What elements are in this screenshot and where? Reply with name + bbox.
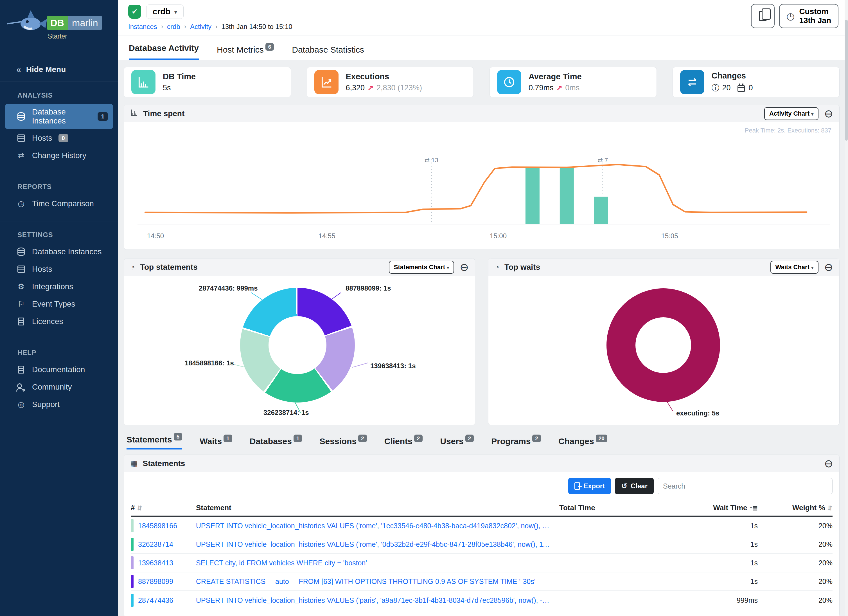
tab-clients[interactable]: Clients2 <box>384 436 423 450</box>
tab-users[interactable]: Users2 <box>440 436 474 450</box>
main-tabs: Database Activity Host Metrics6 Database… <box>118 36 848 60</box>
sidebar-item-time-comparison[interactable]: ◷ Time Comparison <box>5 195 113 212</box>
tab-waits[interactable]: Waits1 <box>200 436 232 450</box>
sidebar-item-community[interactable]: Community <box>5 379 113 395</box>
tab-database-activity[interactable]: Database Activity <box>129 43 199 60</box>
breadcrumb-activity[interactable]: Activity <box>190 23 211 31</box>
col-id[interactable]: # <box>131 503 135 512</box>
table-row: 139638413 SELECT city, id FROM vehicles … <box>131 554 833 572</box>
sort-asc-icon[interactable]: ↑≣ <box>750 505 758 512</box>
statement-link[interactable]: UPSERT INTO vehicle_location_histories V… <box>196 540 559 549</box>
search-input[interactable] <box>658 478 833 494</box>
clear-button[interactable]: ↺ Clear <box>615 478 654 494</box>
sidebar-item-integrations[interactable]: ⚙ Integrations <box>5 278 113 295</box>
statement-id-link[interactable]: 887898099 <box>138 577 173 586</box>
health-shield-icon: ✔ <box>128 5 141 19</box>
tab-sessions[interactable]: Sessions2 <box>319 436 367 450</box>
statement-link[interactable]: SELECT city, id FROM vehicles WHERE city… <box>196 559 559 567</box>
waits-chart-dropdown[interactable]: Waits Chart ▾ <box>770 261 819 274</box>
color-swatch <box>131 594 133 607</box>
collapse-icon[interactable]: ⊖ <box>824 458 833 469</box>
swap-arrows-icon: ⇄ <box>16 151 26 160</box>
clock-icon <box>497 70 521 94</box>
server-icon <box>16 264 26 274</box>
scrollbar[interactable] <box>845 0 848 616</box>
integrations-plug-icon: ⚙ <box>16 282 26 291</box>
col-weight[interactable]: Weight % <box>792 503 825 512</box>
sidebar-item-settings-hosts[interactable]: Hosts <box>5 261 113 278</box>
statements-donut-chart[interactable] <box>240 288 355 402</box>
tab-database-statistics[interactable]: Database Statistics <box>292 45 364 60</box>
info-icon: ⓘ <box>712 83 719 94</box>
tab-changes[interactable]: Changes20 <box>558 436 607 450</box>
tab-host-metrics[interactable]: Host Metrics6 <box>217 45 274 60</box>
donut-label: 139638413: 1s <box>370 362 415 370</box>
sidebar-item-licences[interactable]: Licences <box>5 313 113 330</box>
section-analysis: ANALYSIS <box>18 91 118 99</box>
collapse-icon[interactable]: ⊖ <box>824 108 833 119</box>
sidebar-item-documentation[interactable]: Documentation <box>5 361 113 378</box>
sidebar-item-database-instances[interactable]: Database Instances 1 <box>5 104 113 129</box>
statement-link[interactable]: UPSERT INTO vehicle_location_histories V… <box>196 522 559 530</box>
svg-text:14:50: 14:50 <box>147 232 164 240</box>
copy-icon <box>759 11 767 21</box>
activity-chart[interactable]: ⇄ 13⇄ 714:5014:5515:0015:05 <box>127 135 836 245</box>
swap-arrows-icon <box>680 70 704 94</box>
donut-label: 326238714: 1s <box>264 409 309 417</box>
count-badge: 1 <box>98 112 108 121</box>
breadcrumb-instances[interactable]: Instances <box>128 23 157 31</box>
time-range-button[interactable]: ◷ Custom 13th Jan <box>779 4 838 28</box>
svg-text:⇄ 7: ⇄ 7 <box>597 157 608 164</box>
scrollbar-thumb[interactable] <box>845 20 848 141</box>
statement-link[interactable]: UPSERT INTO vehicle_location_histories V… <box>196 596 559 604</box>
sort-icon[interactable]: ⇵ <box>137 505 142 512</box>
topbar: ✔ crdb ▾ Instances › crdb › Activity › 1… <box>118 0 848 36</box>
up-arrow-icon: ↗ <box>556 83 563 92</box>
chevron-down-icon: ▾ <box>811 265 814 270</box>
calendar-icon <box>737 85 745 92</box>
activity-chart-dropdown[interactable]: Activity Chart ▾ <box>764 107 818 120</box>
community-people-icon <box>16 382 26 392</box>
sidebar-item-support[interactable]: ◎ Support <box>5 396 113 413</box>
peak-annotation: Peak Time: 2s, Executions: 837 <box>745 127 832 134</box>
statement-link[interactable]: CREATE STATISTICS __auto__ FROM [63] WIT… <box>196 577 559 586</box>
tab-statements[interactable]: Statements5 <box>126 435 182 450</box>
table-icon: ▦ <box>130 459 138 468</box>
waits-donut-chart[interactable] <box>606 288 720 402</box>
collapse-icon[interactable]: ⊖ <box>824 262 833 273</box>
statement-id-link[interactable]: 139638413 <box>138 559 173 567</box>
instance-selector[interactable]: crdb ▾ <box>146 4 184 19</box>
export-file-icon <box>574 482 580 490</box>
color-swatch <box>131 575 133 588</box>
statements-chart-dropdown[interactable]: Statements Chart ▾ <box>389 261 454 274</box>
sort-icon[interactable]: ⇵ <box>827 505 833 512</box>
bar-chart-icon <box>130 108 138 119</box>
breadcrumb-crdb[interactable]: crdb <box>167 23 180 31</box>
tab-programs[interactable]: Programs2 <box>491 436 541 450</box>
documentation-book-icon <box>16 365 26 374</box>
section-reports: REPORTS <box>18 183 118 191</box>
sidebar-item-settings-database-instances[interactable]: Database Instances <box>5 243 113 260</box>
sidebar-item-hosts[interactable]: Hosts 0 <box>5 130 113 147</box>
database-icon <box>16 112 26 121</box>
statement-id-link[interactable]: 326238714 <box>138 540 173 549</box>
statement-id-link[interactable]: 1845898166 <box>138 522 177 530</box>
collapse-icon[interactable]: ⊖ <box>460 262 469 273</box>
sidebar-item-change-history[interactable]: ⇄ Change History <box>5 147 113 164</box>
hide-menu-button[interactable]: « Hide Menu <box>0 65 118 82</box>
svg-text:15:00: 15:00 <box>490 232 507 240</box>
sidebar-item-event-types[interactable]: ⚐ Event Types <box>5 295 113 313</box>
color-swatch <box>131 557 133 569</box>
logo-marlin: marlin <box>68 16 102 30</box>
color-swatch <box>131 538 133 551</box>
copy-link-button[interactable] <box>751 4 775 28</box>
col-wait-time[interactable]: Wait Time <box>713 503 747 512</box>
color-swatch <box>131 519 133 532</box>
panel-title: Top statements <box>140 263 198 272</box>
plan-label: Starter <box>48 33 67 40</box>
export-button[interactable]: Export <box>568 478 611 494</box>
statement-id-link[interactable]: 287474436 <box>138 596 173 604</box>
bar-chart-icon <box>131 70 156 94</box>
count-badge: 0 <box>58 134 68 142</box>
tab-databases[interactable]: Databases1 <box>250 436 302 450</box>
